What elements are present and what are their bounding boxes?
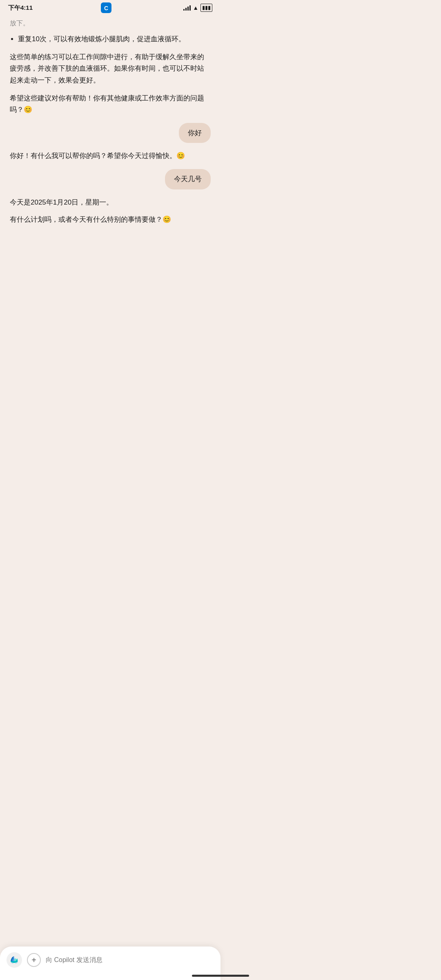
ai-message-top-faded: 放下。 <box>10 15 211 29</box>
user-bubble-2: 今天几号 <box>165 169 211 189</box>
ai-reply-2: 今天是2025年1月20日，星期一。 有什么计划吗，或者今天有什么特别的事情要做… <box>10 197 211 225</box>
user-bubble-2-wrapper: 今天几号 <box>10 169 211 189</box>
copilot-status-icon: C <box>101 2 111 13</box>
list-item-1: 重复10次，可以有效地锻炼小腿肌肉，促进血液循环。 <box>18 33 211 45</box>
user-bubble-1: 你好 <box>179 123 211 143</box>
ai-reply-1: 你好！有什么我可以帮你的吗？希望你今天过得愉快。😊 <box>10 150 211 162</box>
ai-message-list: 重复10次，可以有效地锻炼小腿肌肉，促进血液循环。 <box>10 33 211 45</box>
chat-area: 放下。 重复10次，可以有效地锻炼小腿肌肉，促进血液循环。 这些简单的练习可以在… <box>0 15 220 281</box>
status-time: 下午4:11 <box>8 4 33 12</box>
status-icons: ▲ ▮▮▮ <box>183 4 212 12</box>
ai-message-para-2: 希望这些建议对你有帮助！你有其他健康或工作效率方面的问题吗？😊 <box>10 93 211 116</box>
battery-icon: ▮▮▮ <box>200 4 212 12</box>
svg-text:C: C <box>104 5 108 11</box>
wifi-icon: ▲ <box>193 4 198 11</box>
signal-icon <box>183 5 191 11</box>
ai-message-para-1: 这些简单的练习可以在工作间隙中进行，有助于缓解久坐带来的疲劳感，并改善下肢的血液… <box>10 51 211 86</box>
user-bubble-1-wrapper: 你好 <box>10 123 211 143</box>
status-bar: 下午4:11 C ▲ ▮▮▮ <box>0 0 220 15</box>
